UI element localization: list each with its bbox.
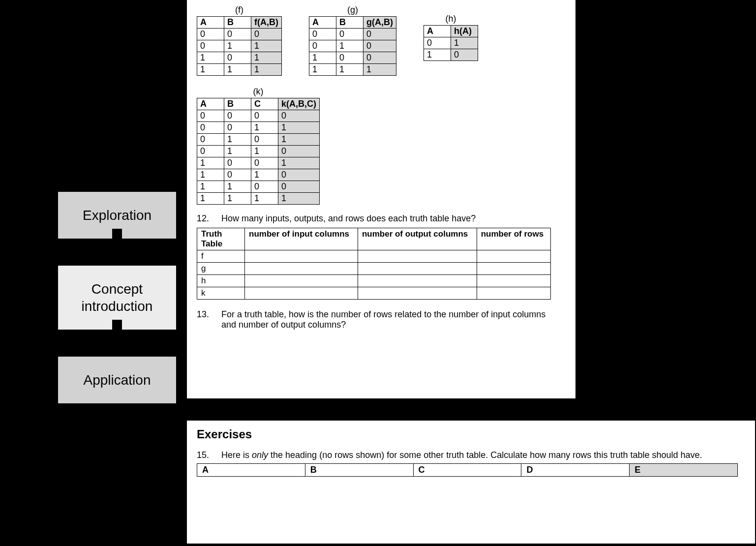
table-header: g(A,B) xyxy=(363,17,396,29)
table-row: 111 xyxy=(197,64,282,76)
table-row: 0000 xyxy=(197,110,320,122)
worksheet-page-bottom: Exercises 15.Here is only the heading (n… xyxy=(187,421,755,544)
truth-table-f: (f) ABf(A,B)000011101111 xyxy=(197,5,282,76)
table-header: C xyxy=(251,98,278,110)
table-row: h xyxy=(197,275,551,287)
question-12: 12.How many inputs, outputs, and rows do… xyxy=(209,213,566,224)
truth-table-k: (k) ABCk(A,B,C)0000001101010110100110101… xyxy=(197,87,320,205)
table-row: 010 xyxy=(309,40,396,52)
phase-application: Application xyxy=(58,357,176,403)
table-header: E xyxy=(630,464,738,477)
table-header: A xyxy=(197,464,305,477)
loop-arrow-icon xyxy=(14,216,58,477)
table-header: number of output columns xyxy=(358,228,477,250)
canvas: Exploration Concept introduction Applica… xyxy=(0,0,756,546)
table-row: ABCDE xyxy=(197,464,738,477)
table-header: number of input columns xyxy=(245,228,358,250)
table-row: 10 xyxy=(423,49,478,61)
question-15: 15.Here is only the heading (no rows sho… xyxy=(209,450,743,460)
table-header: B xyxy=(305,464,413,477)
table-row: 000 xyxy=(197,29,282,40)
table-header: A xyxy=(197,17,224,29)
table-row: 1100 xyxy=(197,181,320,193)
question-13: 13.For a truth table, how is the number … xyxy=(209,309,556,330)
learning-cycle-diagram: Exploration Concept introduction Applica… xyxy=(53,192,176,502)
truth-table-g: (g) ABg(A,B)000010100111 xyxy=(309,5,396,76)
table-row: 01 xyxy=(423,37,478,49)
table-row: 0101 xyxy=(197,134,320,146)
table-header: Truth Table xyxy=(197,228,245,250)
arrow-down-icon xyxy=(106,239,128,254)
table-header: number of rows xyxy=(477,228,550,250)
table-row: 1010 xyxy=(197,169,320,181)
summary-table: Truth Tablenumber of input columnsnumber… xyxy=(197,228,551,300)
arrow-down-icon xyxy=(106,330,128,345)
table-header: B xyxy=(224,17,251,29)
table-label: (h) xyxy=(423,14,478,24)
table-row: 100 xyxy=(309,52,396,64)
table-row: 000 xyxy=(309,29,396,40)
table-row: 0011 xyxy=(197,122,320,134)
table-row: 011 xyxy=(197,40,282,52)
table-header: B xyxy=(224,98,251,110)
heading-only-table: ABCDE xyxy=(197,463,738,477)
table-header: A xyxy=(309,17,336,29)
table-header: B xyxy=(336,17,363,29)
table-label: (k) xyxy=(197,87,320,97)
table-header: A xyxy=(197,98,224,110)
truth-table-h: (h) Ah(A)0110 xyxy=(423,14,478,61)
table-row: 0110 xyxy=(197,146,320,157)
table-header: A xyxy=(423,26,451,37)
table-label: (f) xyxy=(197,5,282,15)
table-row: 111 xyxy=(309,64,396,76)
table-row: 1001 xyxy=(197,157,320,169)
table-row: g xyxy=(197,263,551,275)
table-header: h(A) xyxy=(451,26,478,37)
table-row: f xyxy=(197,250,551,263)
table-row: k xyxy=(197,287,551,300)
table-header: k(A,B,C) xyxy=(278,98,320,110)
table-header: C xyxy=(413,464,521,477)
table-header: D xyxy=(521,464,630,477)
worksheet-page-top: (f) ABf(A,B)000011101111 (g) ABg(A,B)000… xyxy=(187,0,575,398)
table-row: 1111 xyxy=(197,193,320,205)
table-row: 101 xyxy=(197,52,282,64)
table-label: (g) xyxy=(309,5,396,15)
svg-marker-0 xyxy=(37,216,58,236)
table-header: f(A,B) xyxy=(251,17,282,29)
exercises-heading: Exercises xyxy=(197,427,745,441)
